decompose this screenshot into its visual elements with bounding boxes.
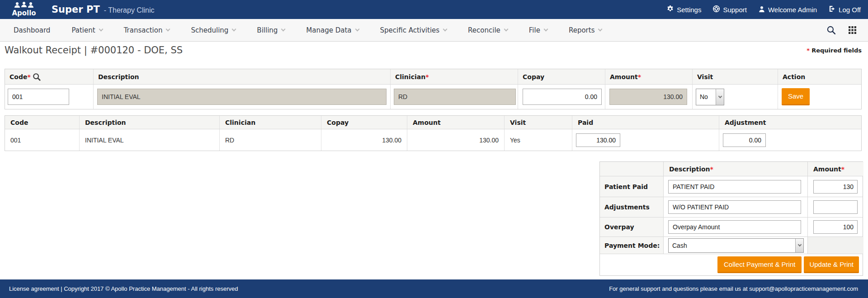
collect-payment-print-button[interactable]: Collect Payment & Print [717,256,802,273]
adjustments-description-input[interactable] [668,200,801,214]
overpay-amount-input[interactable] [813,220,858,234]
chevron-down-icon [99,27,103,32]
chevron-down-icon [504,27,508,32]
code-input[interactable] [8,89,69,105]
nav-item-reports[interactable]: Reports [569,26,602,34]
charges-col-code: Code [5,116,80,129]
charges-col-adjustment: Adjustment [719,116,862,129]
support-menu-item[interactable]: Support [713,5,747,14]
main-nav-bar: Dashboard Patient Transaction Scheduling… [0,19,868,42]
chevron-down-icon [543,27,548,32]
log-off-menu-item[interactable]: Log Off [829,5,861,14]
charges-table-header-row: Code Description Clinician Copay Amount … [5,116,861,129]
payment-panel-corner-cell [600,162,664,176]
welcome-admin-menu-item[interactable]: Welcome Admin [759,6,817,14]
footer-license-text: License agreement | Copyright 2017 © Apo… [9,285,238,292]
charges-col-paid: Paid [572,116,719,129]
save-button[interactable]: Save [782,88,810,105]
clinician-field [394,89,516,105]
search-icon[interactable] [826,25,836,35]
nav-item-dashboard[interactable]: Dashboard [14,26,50,34]
welcome-admin-label: Welcome Admin [768,6,817,14]
patient-paid-label: Patient Paid [600,176,664,197]
chevron-down-icon [598,27,603,32]
chevron-down-icon [716,89,724,105]
update-print-button[interactable]: Update & Print [804,256,859,273]
entry-col-clinician: Clinician* [391,69,518,84]
description-field [97,89,387,105]
nav-item-patient[interactable]: Patient [71,26,102,34]
charges-col-amount: Amount [407,116,505,129]
chevron-down-icon [166,27,170,32]
adjustments-label: Adjustments [600,197,664,217]
adjustment-input[interactable] [723,133,766,147]
copay-input[interactable] [523,89,602,105]
payment-panel-buttons-row: Collect Payment & Print Update & Print [600,254,863,275]
charges-col-clinician: Clinician [220,116,321,129]
charges-col-visit: Visit [505,116,572,129]
settings-label: Settings [677,6,701,14]
visit-select[interactable]: No [696,89,724,105]
code-search-icon[interactable] [33,73,41,81]
apollo-logo-text: Apollo [12,9,36,17]
support-label: Support [723,6,747,14]
chevron-down-icon [281,27,286,32]
charge-amount-value: 130.00 [407,129,505,151]
entry-table-row: No Save [5,85,861,109]
charge-description-value: INITIAL EVAL [80,129,220,151]
patient-paid-description-input[interactable] [668,180,801,194]
patient-paid-row: Patient Paid [600,176,863,197]
overpay-label: Overpay [600,218,664,237]
payment-col-description: Description* [664,162,808,176]
entry-col-visit: Visit [693,69,778,84]
footer-support-text: For general support and questions please… [609,285,858,292]
nav-item-manage-data[interactable]: Manage Data [306,26,359,34]
apps-grid-icon[interactable] [849,26,856,34]
walkout-entry-table: Code* Description Clinician* Copay Amoun… [5,69,862,109]
log-off-label: Log Off [839,6,861,14]
top-header-bar: Apollo Super PT - Therapy Clinic Setting… [0,0,868,19]
chevron-down-icon [443,27,448,32]
nav-item-specific-activities[interactable]: Specific Activities [380,26,447,34]
paid-input[interactable] [576,133,620,147]
overpay-row: Overpay [600,218,863,237]
payment-panel-header-row: Description* Amount* [600,162,863,176]
nav-item-scheduling[interactable]: Scheduling [191,26,236,34]
required-fields-note: *Required fields [807,47,862,54]
adjustments-amount-input[interactable] [813,200,858,214]
overpay-description-input[interactable] [668,220,801,234]
user-icon [759,6,765,14]
amount-field [609,89,687,105]
entry-col-copay: Copay [518,69,605,84]
patient-paid-amount-input[interactable] [813,180,858,194]
nav-item-transaction[interactable]: Transaction [124,26,170,34]
payment-col-amount: Amount* [808,162,863,176]
payment-mode-select[interactable]: Cash [668,238,804,253]
nav-item-billing[interactable]: Billing [257,26,285,34]
apollo-people-icon: Apollo [8,1,40,18]
payment-mode-value: Cash [669,239,795,252]
charge-copay-value: 130.00 [321,129,407,151]
chevron-down-icon [795,239,803,252]
chevron-down-icon [232,27,236,32]
chevron-down-icon [355,27,359,32]
entry-col-code: Code* [5,69,94,84]
charges-table: Code Description Clinician Copay Amount … [5,115,862,151]
charge-visit-value: Yes [505,129,572,151]
charge-code-value: 001 [5,129,80,151]
payment-mode-label: Payment Mode: [600,237,664,254]
required-asterisk: * [807,47,810,54]
entry-col-amount: Amount* [605,69,693,84]
settings-menu-item[interactable]: Settings [667,5,701,14]
charges-col-description: Description [80,116,220,129]
payment-mode-amount-cell [808,237,863,254]
visit-select-value: No [696,89,716,105]
entry-col-action: Action [778,69,862,84]
payment-panel: Description* Amount* Patient Paid Adjust… [599,161,863,276]
nav-item-file[interactable]: File [529,26,547,34]
payment-mode-row: Payment Mode: Cash [600,237,863,254]
apollo-logo[interactable]: Apollo [8,1,40,18]
log-off-icon [829,5,835,14]
page-title: Walkout Receipt | #000120 - DOE, SS [5,45,183,56]
nav-item-reconcile[interactable]: Reconcile [468,26,508,34]
